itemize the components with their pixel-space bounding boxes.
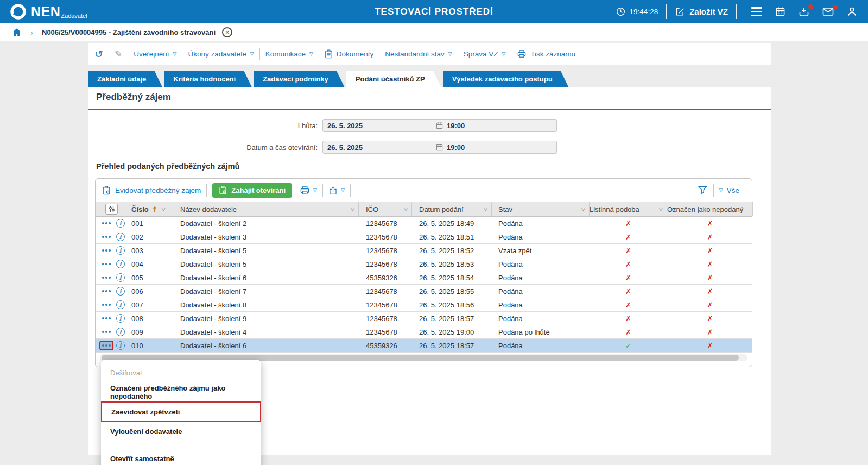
- menu-button[interactable]: [751, 7, 762, 16]
- context-menu-item-4[interactable]: Vyloučení dodavatele: [101, 422, 261, 441]
- cell-stav: Podána: [492, 233, 590, 241]
- column-header-cislo[interactable]: Číslo↑▽: [126, 202, 174, 216]
- form-label: Datum a čas otevírání:: [88, 143, 322, 152]
- row-info-button[interactable]: i: [116, 232, 125, 241]
- column-filter-caret-icon[interactable]: ▽: [484, 206, 487, 212]
- column-filter-caret-icon[interactable]: ▽: [351, 206, 354, 212]
- edit-pencil-icon[interactable]: ✎: [115, 49, 122, 59]
- cell-stav: Podána po lhůtě: [492, 328, 590, 336]
- close-record-icon[interactable]: ✕: [222, 27, 232, 37]
- caret-down-icon: ▽: [719, 187, 723, 193]
- column-filter-caret-icon[interactable]: ▽: [581, 206, 585, 212]
- create-vz-button[interactable]: Založit VZ: [675, 7, 728, 17]
- actionbar-item-1[interactable]: Uveřejnění▽: [134, 50, 176, 58]
- actionbar-item-label: Komunikace: [265, 50, 306, 58]
- home-icon[interactable]: [12, 28, 22, 37]
- row-menu-button[interactable]: [100, 274, 112, 281]
- inbox-button[interactable]: [799, 7, 809, 17]
- column-header-datum[interactable]: Datum podání▽: [412, 202, 492, 216]
- printer-icon: [517, 49, 527, 58]
- row-menu-button[interactable]: [100, 342, 112, 349]
- row-menu-button[interactable]: [100, 260, 112, 268]
- row-info-button[interactable]: i: [116, 246, 125, 255]
- row-menu-button[interactable]: [100, 233, 112, 241]
- table-row-008[interactable]: i008Dodavatel - školení 91234567826. 5. …: [96, 312, 752, 325]
- cross-icon: ✗: [625, 260, 631, 268]
- cell-listinna-podoba: ✗: [590, 301, 667, 309]
- datetime-field[interactable]: 26. 5. 202519:00: [322, 119, 557, 132]
- table-row-009[interactable]: i009Dodavatel - školení 41234567826. 5. …: [96, 325, 752, 339]
- actionbar-item-5[interactable]: Nestandardní stav▽: [385, 50, 452, 58]
- filter-button[interactable]: [698, 185, 708, 195]
- tab-4[interactable]: Podání účastníků ZP: [346, 71, 441, 87]
- column-header-stav[interactable]: Stav▽: [492, 202, 590, 216]
- table-row-005[interactable]: i005Dodavatel - školení 64535932626. 5. …: [96, 271, 752, 285]
- evidovat-predbezny-zajem-button[interactable]: Evidovat předběžný zájem: [102, 186, 201, 195]
- context-menu-item-3[interactable]: Zaevidovat zpětvzetí: [101, 401, 261, 422]
- column-filter-caret-icon[interactable]: ▽: [659, 206, 663, 212]
- column-header-nazev[interactable]: Název dodavatele▽: [174, 202, 359, 216]
- calendar-button[interactable]: [775, 7, 785, 17]
- row-info-button[interactable]: i: [116, 341, 125, 350]
- column-header-nepodany[interactable]: Označen jako nepodaný: [667, 202, 753, 216]
- datetime-field[interactable]: 26. 5. 202519:00: [322, 141, 557, 154]
- actionbar-item-4[interactable]: Dokumenty: [325, 49, 373, 59]
- actionbar-item-3[interactable]: Komunikace▽: [265, 50, 313, 58]
- row-menu-button[interactable]: [100, 301, 112, 309]
- refresh-icon[interactable]: ↺: [94, 49, 103, 59]
- table-row-004[interactable]: i004Dodavatel - školení 51234567826. 5. …: [96, 257, 752, 271]
- table-row-010[interactable]: i010Dodavatel - školení 64535932626. 5. …: [96, 339, 752, 353]
- row-info-button[interactable]: i: [116, 273, 125, 282]
- breadcrumb: › N006/25/V00004995 - Zajištění závodníh…: [0, 23, 868, 41]
- table-row-007[interactable]: i007Dodavatel - školení 81234567826. 5. …: [96, 298, 752, 312]
- row-menu-button[interactable]: [100, 287, 112, 295]
- cell-nazev-dodavatele: Dodavatel - školení 5: [174, 260, 359, 268]
- column-header-ico[interactable]: IČO▽: [359, 202, 412, 216]
- messages-button[interactable]: [822, 7, 834, 16]
- row-info-button[interactable]: i: [116, 328, 125, 336]
- row-menu-button[interactable]: [100, 247, 112, 254]
- actionbar-item-2[interactable]: Úkony zadavatele▽: [188, 50, 254, 58]
- cell-cislo: 004: [126, 260, 174, 268]
- row-info-button[interactable]: i: [116, 219, 125, 228]
- row-info-button[interactable]: i: [116, 260, 125, 268]
- table-row-001[interactable]: i001Dodavatel - školení 21234567826. 5. …: [96, 217, 752, 230]
- column-header-listinna[interactable]: Listinná podoba▽: [590, 202, 667, 216]
- zahajit-oteviani-button[interactable]: Zahájit otevírání: [212, 183, 292, 198]
- filter-scope-dropdown[interactable]: ▽ Vše: [719, 186, 739, 194]
- row-info-button[interactable]: i: [116, 314, 125, 323]
- cell-datum-podani: 26. 5. 2025 18:52: [412, 247, 492, 255]
- row-info-button[interactable]: i: [116, 300, 125, 309]
- table-row-003[interactable]: i003Dodavatel - školení 51234567826. 5. …: [96, 244, 752, 257]
- tab-3[interactable]: Zadávací podmínky: [254, 71, 345, 87]
- actionbar-item-7[interactable]: Tisk záznamu: [517, 49, 575, 58]
- menu-divider: [101, 445, 261, 445]
- topbar-separator: [736, 4, 737, 19]
- profile-button[interactable]: [847, 7, 857, 17]
- table-row-002[interactable]: i002Dodavatel - školení 31234567826. 5. …: [96, 230, 752, 244]
- table-row-006[interactable]: i006Dodavatel - školení 71234567826. 5. …: [96, 285, 752, 298]
- row-actions-cell: i: [96, 232, 126, 241]
- toolbar-separator: [322, 184, 323, 197]
- nen-logo[interactable]: NEN Zadavatel: [10, 3, 87, 20]
- export-grid-dropdown[interactable]: ▽: [328, 186, 345, 195]
- tab-5[interactable]: Výsledek zadávacího postupu: [443, 71, 569, 87]
- row-menu-button[interactable]: [100, 315, 112, 322]
- cell-stav: Podána: [492, 260, 590, 268]
- print-grid-dropdown[interactable]: ▽: [300, 186, 317, 195]
- column-filter-caret-icon[interactable]: ▽: [404, 206, 408, 212]
- record-action-bar: ↺✎Uveřejnění▽Úkony zadavatele▽Komunikace…: [88, 43, 771, 65]
- context-menu-item-5[interactable]: Otevřít samostatně: [101, 449, 261, 465]
- actionbar-item-6[interactable]: Správa VZ▽: [464, 50, 506, 58]
- cell-oznacen-jako-nepodany: ✗: [667, 260, 753, 268]
- context-menu-item-2[interactable]: Označení předběžného zájmu jako nepodané…: [101, 382, 261, 401]
- column-settings-button[interactable]: [105, 204, 118, 215]
- tab-1[interactable]: Základní údaje: [88, 71, 162, 87]
- column-filter-caret-icon[interactable]: ▽: [162, 206, 166, 212]
- tab-2[interactable]: Kritéria hodnocení: [164, 71, 252, 87]
- form-label: Lhůta:: [88, 122, 322, 130]
- cell-oznacen-jako-nepodany: ✗: [667, 233, 753, 241]
- row-info-button[interactable]: i: [116, 287, 125, 296]
- row-menu-button[interactable]: [100, 328, 112, 336]
- row-menu-button[interactable]: [100, 219, 112, 227]
